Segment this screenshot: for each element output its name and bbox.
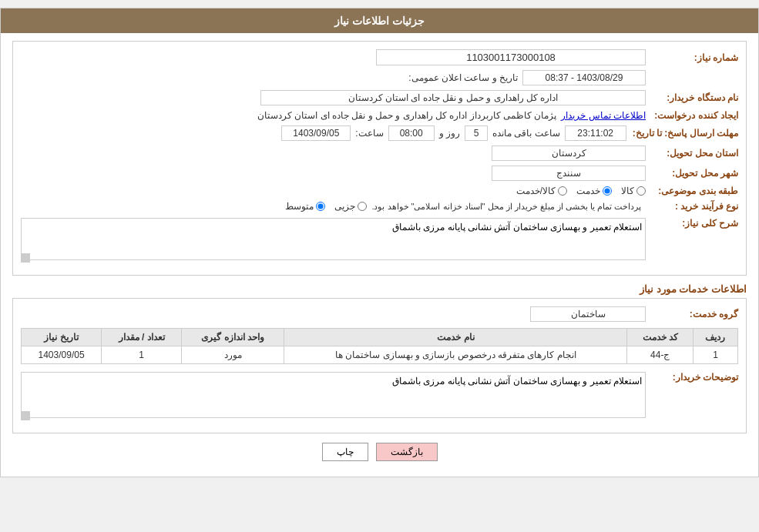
label-sharh: شرح کلی نیاز: [646, 218, 738, 229]
cell-code: ج-44 [627, 346, 694, 364]
nave-farayand-text: پرداخت تمام یا بخشی از مبلغ خریدار از مح… [371, 202, 641, 212]
row-shahr: شهر محل تحویل: سنندج [21, 166, 738, 181]
label-shahr: شهر محل تحویل: [646, 168, 738, 179]
nave-farayand-group: پرداخت تمام یا بخشی از مبلغ خریدار از مح… [21, 201, 646, 212]
mohlat-group: 23:11:02 ساعت باقی مانده 5 روز و 08:00 س… [21, 125, 626, 141]
description-resize-handle [21, 411, 30, 420]
farayand-radio-motavasset[interactable] [316, 202, 325, 211]
table-header: ردیف کد خدمت نام خدمت واحد اندازه گیری ت… [22, 329, 738, 346]
label-nave-farayand: نوع فرآیند خرید : [646, 201, 738, 212]
contact-link[interactable]: اطلاعات تماس خریدار [561, 110, 646, 121]
row-nave-farayand: نوع فرآیند خرید : پرداخت تمام یا بخشی از… [21, 201, 738, 212]
table-body: 1 ج-44 انجام کارهای متفرقه درخصوص بازساز… [22, 346, 738, 364]
value-ostan: کردستان [492, 146, 646, 161]
buttons-row: بازگشت چاپ [12, 443, 747, 461]
col-date: تاریخ نیاز [22, 329, 102, 346]
row-tarikh: شماره نیاز: 1403/08/29 - 08:37 تاریخ و س… [21, 70, 738, 85]
services-table: ردیف کد خدمت نام خدمت واحد اندازه گیری ت… [21, 328, 738, 364]
label-namDastgah: نام دستگاه خریدار: [646, 92, 738, 103]
value-ijad: پژمان کاظمی کاربرداز اداره کل راهداری و … [257, 110, 556, 121]
tarikh-group: 1403/08/29 - 08:37 تاریخ و ساعت اعلان عم… [21, 70, 646, 85]
saat-value: 08:00 [388, 125, 435, 141]
cell-count: 1 [102, 346, 182, 364]
roz-label: روز و [439, 128, 460, 139]
cell-unit: مورد [182, 346, 284, 364]
farayand-radio-jozii[interactable] [358, 202, 367, 211]
tabaqe-radio-khadmat[interactable] [603, 186, 612, 196]
date-value: 1403/09/05 [281, 125, 351, 141]
tabaqe-option-2: خدمت [576, 186, 612, 196]
row-mohlat: مهلت ارسال پاسخ: تا تاریخ: 23:11:02 ساعت… [21, 125, 738, 141]
cell-radif: 1 [693, 346, 737, 364]
col-radif: ردیف [693, 329, 737, 346]
page-header: جزئیات اطلاعات نیاز [1, 8, 758, 33]
label-tabaqe: طبقه بندی موضوعی: [646, 186, 738, 196]
print-button[interactable]: چاپ [322, 443, 368, 461]
tabaqe-radio-kala[interactable] [636, 186, 646, 196]
tabaqe-radio-kalakhadmat[interactable] [558, 186, 567, 196]
label-tarikh-text: تاریخ و ساعت اعلان عمومی: [408, 72, 518, 83]
col-name: نام خدمت [284, 329, 627, 346]
tabaqe-option-3: کالا/خدمت [516, 186, 567, 196]
farayand-label-1: جزیی [334, 201, 355, 212]
farayand-label-2: متوسط [285, 201, 314, 212]
services-section: گروه خدمت: ساختمان ردیف کد خدمت نام خدمت… [12, 298, 747, 433]
ijad-group: اطلاعات تماس خریدار پژمان کاظمی کاربرداز… [21, 110, 646, 121]
value-groupe: ساختمان [530, 306, 646, 322]
table-row: 1 ج-44 انجام کارهای متفرقه درخصوص بازساز… [22, 346, 738, 364]
col-code: کد خدمت [627, 329, 694, 346]
label-shomareNiaz: شماره نیاز: [646, 52, 738, 63]
col-unit: واحد اندازه گیری [182, 329, 284, 346]
sharh-container: document.addEventListener('DOMContentLoa… [21, 218, 646, 263]
tabaqe-label-1: کالا [621, 186, 634, 196]
row-tabaqe: طبقه بندی موضوعی: کالا/خدمت خدمت کالا [21, 186, 738, 196]
col-count: تعداد / مقدار [102, 329, 182, 346]
page-title: جزئیات اطلاعات نیاز [334, 15, 425, 27]
row-ostan: استان محل تحویل: کردستان [21, 146, 738, 161]
row-namDastgah: نام دستگاه خریدار: اداره کل راهداری و حم… [21, 90, 738, 105]
description-textarea[interactable] [21, 372, 646, 418]
farayand-option-2: متوسط [285, 201, 325, 212]
row-shomareNiaz: شماره نیاز: 1103001173000108 [21, 49, 738, 65]
value-namDastgah: اداره کل راهداری و حمل و نقل جاده ای است… [260, 90, 646, 105]
back-button[interactable]: بازگشت [376, 443, 438, 461]
label-description: توضیحات خریدار: [646, 372, 738, 383]
label-groupe: گروه خدمت: [646, 309, 738, 320]
roz-value: 5 [465, 125, 488, 141]
page-container: جزئیات اطلاعات نیاز شماره نیاز: 11030011… [0, 8, 759, 477]
content-area: شماره نیاز: 1103001173000108 شماره نیاز:… [1, 33, 758, 477]
row-ijad: ایجاد کننده درخواست: اطلاعات تماس خریدار… [21, 110, 738, 121]
table-header-row: ردیف کد خدمت نام خدمت واحد اندازه گیری ت… [22, 329, 738, 346]
tabaqe-label-2: خدمت [576, 186, 600, 196]
tabaqe-option-1: کالا [621, 186, 646, 196]
farayand-radio-group: متوسط جزیی [285, 201, 367, 212]
label-mohlat: مهلت ارسال پاسخ: تا تاریخ: [626, 128, 738, 139]
description-container [21, 372, 646, 420]
countdown-value: 23:11:02 [565, 125, 626, 141]
cell-date: 1403/09/05 [22, 346, 102, 364]
countdown-label: ساعت باقی مانده [492, 128, 560, 139]
resize-handle [21, 253, 30, 263]
tabaqe-label-3: کالا/خدمت [516, 186, 556, 196]
row-sharh: شرح کلی نیاز: document.addEventListener(… [21, 218, 738, 263]
label-ijad: ایجاد کننده درخواست: [646, 110, 738, 121]
main-form: شماره نیاز: 1103001173000108 شماره نیاز:… [12, 41, 747, 276]
value-tarikh: 1403/08/29 - 08:37 [522, 70, 646, 85]
sharh-textarea[interactable] [21, 218, 646, 260]
row-groupe: گروه خدمت: ساختمان [21, 306, 738, 322]
value-shahr: سنندج [492, 166, 646, 181]
value-shomareNiaz: 1103001173000108 [376, 49, 646, 65]
services-title: اطلاعات خدمات مورد نیاز [12, 283, 747, 295]
cell-name: انجام کارهای متفرقه درخصوص بازسازی و بهس… [284, 346, 627, 364]
farayand-option-1: جزیی [334, 201, 367, 212]
tabaqe-radio-group: کالا/خدمت خدمت کالا [516, 186, 646, 196]
row-description: توضیحات خریدار: [21, 372, 738, 420]
saat-label: ساعت: [355, 128, 383, 139]
label-ostan: استان محل تحویل: [646, 148, 738, 159]
